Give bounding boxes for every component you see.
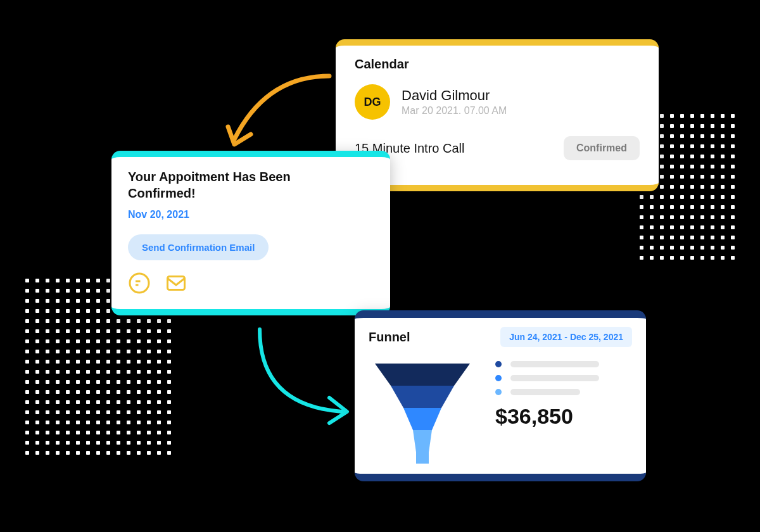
funnel-chart-icon [369, 357, 476, 465]
funnel-header: Funnel Jun 24, 2021 - Dec 25, 2021 [369, 327, 632, 347]
svg-marker-4 [375, 364, 470, 386]
svg-marker-6 [403, 408, 441, 430]
curved-arrow-icon [215, 63, 342, 165]
person-name: David Gilmour [402, 87, 507, 104]
legend-bar [510, 389, 580, 395]
appointment-time: Mar 20 2021. 07.00 AM [402, 105, 507, 117]
curved-arrow-icon [241, 317, 367, 431]
appointment-date: Nov 20, 2021 [128, 209, 374, 220]
legend-dot-icon [495, 361, 502, 367]
avatar: DG [355, 84, 390, 120]
funnel-title: Funnel [369, 330, 410, 345]
calendar-detail-row: 15 Minute Intro Call Confirmed [355, 136, 640, 160]
legend-item [495, 361, 632, 367]
svg-point-0 [130, 274, 149, 293]
calendar-title: Calendar [355, 57, 640, 72]
funnel-card: Funnel Jun 24, 2021 - Dec 25, 2021 $3 [355, 310, 646, 481]
svg-marker-7 [413, 430, 432, 452]
legend-item [495, 375, 632, 381]
svg-rect-3 [168, 277, 185, 290]
legend-bar [510, 375, 599, 381]
email-icon[interactable] [165, 272, 187, 294]
legend-bar [510, 361, 599, 367]
appointment-card: Your Appoitment Has Been Confirmed! Nov … [111, 151, 390, 315]
legend-item [495, 389, 632, 395]
chat-icon[interactable] [128, 272, 151, 294]
svg-rect-8 [416, 452, 429, 464]
funnel-legend: $36,850 [495, 357, 632, 429]
legend-dot-icon [495, 375, 502, 381]
appointment-title: Your Appoitment Has Been Confirmed! [128, 168, 343, 201]
funnel-total-value: $36,850 [495, 404, 632, 429]
legend-dot-icon [495, 389, 502, 395]
send-confirmation-email-button[interactable]: Send Confirmation Email [128, 234, 269, 260]
status-badge: Confirmed [564, 136, 640, 160]
action-icon-row [128, 272, 374, 294]
calendar-person-row: DG David Gilmour Mar 20 2021. 07.00 AM [355, 84, 640, 120]
date-range-selector[interactable]: Jun 24, 2021 - Dec 25, 2021 [500, 327, 632, 347]
svg-marker-5 [391, 386, 454, 408]
